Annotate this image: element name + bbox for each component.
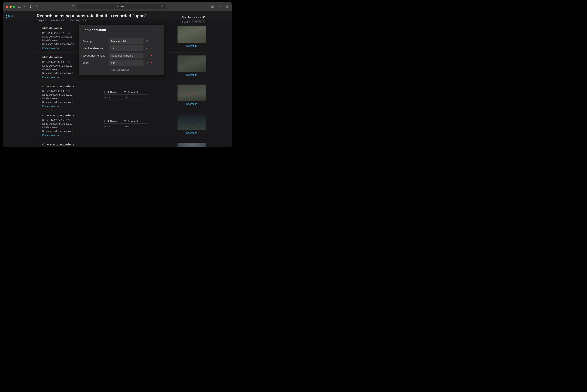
titlebar: ❮ ❯ 127.0.0.1 [3, 2, 232, 11]
url-bar[interactable]: 127.0.0.1 [77, 4, 166, 9]
field-label: identity-reference: [83, 47, 109, 50]
svg-rect-6 [226, 5, 227, 6]
check-icon[interactable]: ✓ [146, 47, 148, 50]
field-input[interactable] [109, 53, 143, 58]
field-label: Concept: [83, 40, 109, 42]
total-annotations: Total Annotations:85 [182, 16, 205, 19]
privacy-shield-icon[interactable] [72, 5, 74, 8]
tabs-overview-icon[interactable] [226, 5, 229, 9]
modal-field-row: occurrence-remark:✓✕ [83, 53, 160, 58]
modal-field-row: upon:✓✕ [83, 60, 160, 66]
svg-rect-9 [227, 6, 228, 7]
field-input[interactable] [109, 46, 143, 51]
nav-back-button[interactable]: ❮ [29, 5, 32, 8]
browser-window: ❮ ❯ 127.0.0.1 ❮ Back [3, 2, 232, 147]
delete-icon[interactable]: ✕ [150, 47, 153, 50]
check-icon[interactable]: ✓ [146, 40, 148, 43]
field-input[interactable] [109, 38, 143, 44]
page-viewport: ❮ Back Records missing a substrate that … [3, 11, 232, 147]
back-link[interactable]: ❮ Back [5, 15, 14, 18]
chevron-left-icon: ❮ [5, 15, 8, 18]
reload-button[interactable] [161, 5, 164, 8]
maximize-window-button[interactable] [13, 6, 15, 8]
share-icon[interactable] [211, 5, 214, 9]
field-input[interactable] [109, 60, 143, 66]
page-title: Records missing a substrate that it is r… [37, 14, 205, 18]
nav-forward-button[interactable]: ❯ [36, 5, 38, 8]
check-icon[interactable]: ✓ [146, 54, 148, 57]
new-tab-icon[interactable] [218, 5, 221, 9]
modal-field-row: Concept:✓ [83, 38, 160, 44]
modal-title: Edit Annotation [83, 28, 106, 32]
field-label: occurrence-remark: [83, 54, 109, 57]
traffic-lights [6, 6, 15, 8]
close-icon[interactable]: ✕ [157, 28, 160, 32]
check-icon[interactable]: ✓ [146, 61, 148, 64]
close-window-button[interactable] [6, 6, 8, 8]
field-label: upon: [83, 61, 109, 64]
chevron-down-icon[interactable] [22, 5, 25, 8]
add-association-button[interactable]: Add Association + [83, 68, 160, 71]
modal-field-row: identity-reference:✓✕ [83, 46, 160, 51]
url-text: 127.0.0.1 [117, 5, 126, 8]
edit-annotation-modal: Edit Annotation ✕ Concept:✓identity-refe… [79, 25, 164, 75]
delete-icon[interactable]: ✕ [150, 54, 153, 57]
modal-overlay[interactable]: Edit Annotation ✕ Concept:✓identity-refe… [3, 20, 232, 147]
svg-rect-8 [226, 6, 227, 7]
svg-rect-7 [227, 5, 228, 6]
nav-arrows: ❮ ❯ [29, 5, 38, 8]
delete-icon[interactable]: ✕ [150, 61, 153, 64]
minimize-window-button[interactable] [10, 6, 12, 8]
sidebar-toggle-icon[interactable] [18, 5, 21, 8]
svg-rect-0 [18, 6, 21, 8]
